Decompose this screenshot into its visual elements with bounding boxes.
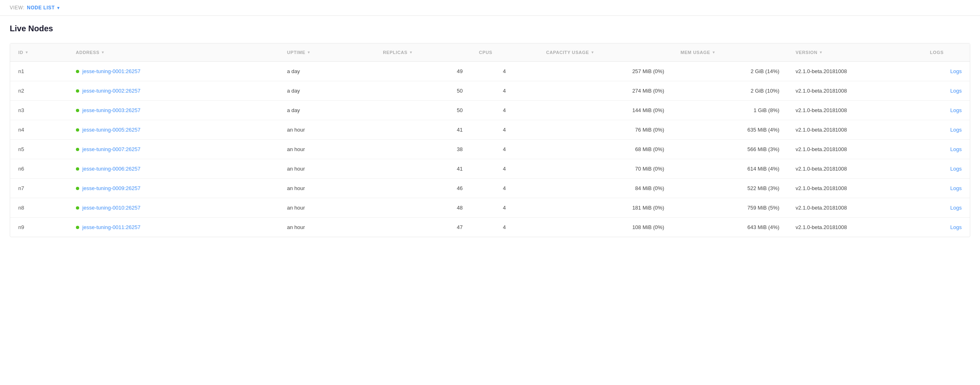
status-dot-5	[76, 167, 79, 171]
table-row: n8 jesse-tuning-0010:26257 an hour 48 4 …	[10, 198, 970, 218]
col-header-version[interactable]: VERSION ▼	[788, 43, 922, 62]
col-header-id-label: ID	[18, 50, 23, 55]
cell-address-2: jesse-tuning-0003:26257	[68, 101, 279, 120]
nodes-table: ID ▼ ADDRESS ▼ UPTIME ▼	[10, 43, 970, 237]
cell-version-7: v2.1.0-beta.20181008	[788, 198, 922, 218]
cell-replicas-4: 38	[375, 140, 471, 159]
col-header-uptime[interactable]: UPTIME ▼	[279, 43, 375, 62]
cell-mem-6: 522 MiB (3%)	[672, 179, 788, 198]
cell-uptime-4: an hour	[279, 140, 375, 159]
cell-uptime-5: an hour	[279, 159, 375, 179]
cell-address-3: jesse-tuning-0005:26257	[68, 120, 279, 140]
logs-link-8[interactable]: Logs	[950, 224, 962, 230]
address-link-2[interactable]: jesse-tuning-0003:26257	[82, 107, 140, 113]
logs-link-5[interactable]: Logs	[950, 166, 962, 172]
table-header: ID ▼ ADDRESS ▼ UPTIME ▼	[10, 43, 970, 62]
table-row: n4 jesse-tuning-0005:26257 an hour 41 4 …	[10, 120, 970, 140]
status-dot-3	[76, 128, 79, 132]
cell-id-0: n1	[10, 62, 68, 81]
cell-cpus-1: 4	[471, 81, 538, 101]
top-bar: VIEW: NODE LIST ▼	[0, 0, 980, 16]
table-body: n1 jesse-tuning-0001:26257 a day 49 4 25…	[10, 62, 970, 237]
cell-capacity-0: 257 MiB (0%)	[538, 62, 672, 81]
cell-address-7: jesse-tuning-0010:26257	[68, 198, 279, 218]
col-header-capacity[interactable]: CAPACITY USAGE ▼	[538, 43, 672, 62]
cell-capacity-1: 274 MiB (0%)	[538, 81, 672, 101]
address-link-6[interactable]: jesse-tuning-0009:26257	[82, 185, 140, 191]
address-link-4[interactable]: jesse-tuning-0007:26257	[82, 146, 140, 152]
cell-capacity-5: 70 MiB (0%)	[538, 159, 672, 179]
address-link-3[interactable]: jesse-tuning-0005:26257	[82, 127, 140, 133]
col-header-address[interactable]: ADDRESS ▼	[68, 43, 279, 62]
col-header-version-label: VERSION	[796, 50, 818, 55]
col-header-cpus-label: CPUS	[479, 50, 492, 55]
cell-cpus-0: 4	[471, 62, 538, 81]
col-header-logs-label: LOGS	[930, 50, 944, 55]
col-header-cpus: CPUS	[471, 43, 538, 62]
cell-cpus-6: 4	[471, 179, 538, 198]
cell-cpus-7: 4	[471, 198, 538, 218]
col-header-mem[interactable]: MEM USAGE ▼	[672, 43, 788, 62]
address-link-7[interactable]: jesse-tuning-0010:26257	[82, 205, 140, 211]
cell-logs-4: Logs	[922, 140, 970, 159]
address-link-1[interactable]: jesse-tuning-0002:26257	[82, 88, 140, 94]
cell-mem-8: 643 MiB (4%)	[672, 218, 788, 237]
logs-link-4[interactable]: Logs	[950, 146, 962, 152]
cell-mem-4: 566 MiB (3%)	[672, 140, 788, 159]
cell-logs-5: Logs	[922, 159, 970, 179]
cell-cpus-3: 4	[471, 120, 538, 140]
table-row: n7 jesse-tuning-0009:26257 an hour 46 4 …	[10, 179, 970, 198]
logs-link-1[interactable]: Logs	[950, 88, 962, 94]
cell-replicas-8: 47	[375, 218, 471, 237]
col-header-replicas[interactable]: REPLICAS ▼	[375, 43, 471, 62]
status-dot-8	[76, 226, 79, 229]
cell-version-3: v2.1.0-beta.20181008	[788, 120, 922, 140]
table-row: n6 jesse-tuning-0006:26257 an hour 41 4 …	[10, 159, 970, 179]
cell-capacity-7: 181 MiB (0%)	[538, 198, 672, 218]
cell-logs-0: Logs	[922, 62, 970, 81]
cell-cpus-5: 4	[471, 159, 538, 179]
cell-capacity-2: 144 MiB (0%)	[538, 101, 672, 120]
cell-uptime-0: a day	[279, 62, 375, 81]
logs-link-3[interactable]: Logs	[950, 127, 962, 133]
main-content: Live Nodes ID ▼ ADDRESS ▼	[0, 16, 980, 245]
cell-uptime-8: an hour	[279, 218, 375, 237]
col-header-id[interactable]: ID ▼	[10, 43, 68, 62]
cell-version-8: v2.1.0-beta.20181008	[788, 218, 922, 237]
cell-address-8: jesse-tuning-0011:26257	[68, 218, 279, 237]
sort-icon-replicas: ▼	[409, 50, 413, 54]
col-header-address-label: ADDRESS	[76, 50, 99, 55]
cell-cpus-4: 4	[471, 140, 538, 159]
view-selector[interactable]: NODE LIST ▼	[27, 5, 60, 11]
cell-logs-6: Logs	[922, 179, 970, 198]
cell-replicas-0: 49	[375, 62, 471, 81]
cell-replicas-5: 41	[375, 159, 471, 179]
cell-logs-2: Logs	[922, 101, 970, 120]
address-link-5[interactable]: jesse-tuning-0006:26257	[82, 166, 140, 172]
table-row: n1 jesse-tuning-0001:26257 a day 49 4 25…	[10, 62, 970, 81]
cell-replicas-2: 50	[375, 101, 471, 120]
col-header-uptime-label: UPTIME	[287, 50, 305, 55]
table-row: n5 jesse-tuning-0007:26257 an hour 38 4 …	[10, 140, 970, 159]
logs-link-2[interactable]: Logs	[950, 107, 962, 113]
logs-link-0[interactable]: Logs	[950, 68, 962, 74]
status-dot-2	[76, 109, 79, 112]
cell-mem-3: 635 MiB (4%)	[672, 120, 788, 140]
cell-id-3: n4	[10, 120, 68, 140]
cell-id-8: n9	[10, 218, 68, 237]
cell-id-1: n2	[10, 81, 68, 101]
sort-icon-uptime: ▼	[307, 50, 311, 54]
address-link-8[interactable]: jesse-tuning-0011:26257	[82, 224, 140, 230]
sort-icon-id: ▼	[25, 50, 29, 54]
address-link-0[interactable]: jesse-tuning-0001:26257	[82, 68, 140, 74]
view-selector-text: NODE LIST	[27, 5, 55, 11]
cell-mem-2: 1 GiB (8%)	[672, 101, 788, 120]
logs-link-6[interactable]: Logs	[950, 185, 962, 191]
cell-replicas-6: 46	[375, 179, 471, 198]
cell-version-2: v2.1.0-beta.20181008	[788, 101, 922, 120]
cell-address-4: jesse-tuning-0007:26257	[68, 140, 279, 159]
logs-link-7[interactable]: Logs	[950, 205, 962, 211]
col-header-capacity-label: CAPACITY USAGE	[546, 50, 589, 55]
cell-logs-3: Logs	[922, 120, 970, 140]
cell-cpus-2: 4	[471, 101, 538, 120]
